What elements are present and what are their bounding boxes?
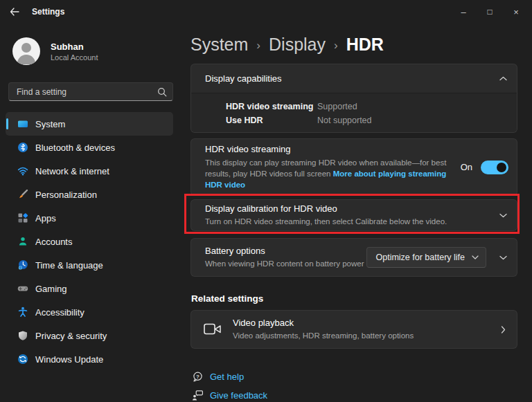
main-content: System › Display › HDR Display capabilit… <box>190 0 517 402</box>
sidebar-item-gaming[interactable]: Gaming <box>6 277 173 300</box>
avatar-body <box>17 55 35 64</box>
network-icon <box>17 165 28 176</box>
sidebar-item-label: Gaming <box>35 284 67 294</box>
sidebar-item-apps[interactable]: Apps <box>6 206 173 230</box>
personalization-icon <box>17 189 28 200</box>
sidebar-nav: System Bluetooth & devices <box>6 112 173 371</box>
give-feedback-link[interactable]: Give feedback <box>192 390 267 401</box>
sidebar-item-label: System <box>35 119 65 129</box>
display-capabilities-title: Display capabilities <box>205 73 499 84</box>
capability-value: Supported <box>317 102 357 111</box>
sidebar-item-bluetooth-devices[interactable]: Bluetooth & devices <box>6 136 173 159</box>
get-help-link[interactable]: ? Get help <box>192 371 244 383</box>
user-name: Subhan <box>51 42 84 52</box>
capability-label: Use HDR <box>226 116 317 125</box>
display-capabilities-body: HDR video streaming Supported Use HDR No… <box>191 93 517 133</box>
video-playback-text: Video playback Video adjustments, HDR st… <box>233 318 499 341</box>
selection-indicator <box>6 118 8 129</box>
video-playback-description: Video adjustments, HDR streaming, batter… <box>233 330 499 341</box>
display-capabilities-header[interactable]: Display capabilities <box>191 64 517 93</box>
give-feedback-icon <box>192 390 204 401</box>
chevron-down-icon[interactable] <box>499 253 507 262</box>
window-title: Settings <box>32 7 64 17</box>
sidebar-item-privacy-security[interactable]: Privacy & security <box>6 324 173 347</box>
battery-options-text: Battery options When viewing HDR content… <box>205 246 366 269</box>
sidebar-item-label: Bluetooth & devices <box>35 143 115 153</box>
bluetooth-icon <box>17 142 28 153</box>
user-account-type: Local Account <box>51 53 98 62</box>
breadcrumb-current-hdr: HDR <box>346 35 384 55</box>
sidebar-item-label: Accessibility <box>35 307 85 318</box>
back-arrow-icon <box>9 7 20 17</box>
hdr-toggle-group: On <box>461 161 508 174</box>
get-help-label: Get help <box>210 372 244 382</box>
battery-options-title: Battery options <box>205 246 366 256</box>
video-playback-title: Video playback <box>233 318 499 328</box>
search-box[interactable] <box>8 82 173 101</box>
avatar-head <box>21 43 31 53</box>
accessibility-icon <box>17 307 28 318</box>
sidebar-item-label: Apps <box>35 213 56 223</box>
back-button[interactable] <box>7 5 22 19</box>
get-help-icon: ? <box>192 371 204 383</box>
sidebar-item-windows-update[interactable]: Windows Update <box>6 347 173 371</box>
gaming-icon <box>17 283 28 294</box>
toggle-knob <box>497 163 506 172</box>
breadcrumb: System › Display › HDR <box>190 32 384 57</box>
sidebar-item-personalization[interactable]: Personalization <box>6 183 173 206</box>
chevron-right-icon <box>499 325 507 334</box>
settings-window: Settings – □ × Subhan Local Account <box>0 0 532 402</box>
give-feedback-label: Give feedback <box>210 390 267 401</box>
toggle-state-label: On <box>461 162 472 172</box>
display-calibration-card[interactable]: Display calibration for HDR video Turn o… <box>190 199 517 231</box>
chevron-down-icon <box>472 255 479 259</box>
hdr-streaming-toggle[interactable] <box>481 161 508 174</box>
battery-options-description: When viewing HDR content on battery powe… <box>205 258 366 269</box>
breadcrumb-system[interactable]: System <box>190 35 248 55</box>
sidebar-item-label: Privacy & security <box>35 331 107 341</box>
windows-update-icon <box>17 354 28 365</box>
dropdown-selected-value: Optimize for battery life <box>375 253 465 262</box>
privacy-security-icon <box>17 330 28 341</box>
display-capabilities-card: Display capabilities HDR video streaming… <box>190 64 517 133</box>
hdr-video-streaming-card: HDR video streaming This display can pla… <box>190 138 517 196</box>
hdr-video-streaming-text: HDR video streaming This display can pla… <box>205 144 461 190</box>
chevron-up-icon[interactable] <box>499 75 507 83</box>
related-settings-heading: Related settings <box>191 293 263 304</box>
apps-icon <box>17 212 28 223</box>
battery-options-dropdown[interactable]: Optimize for battery life <box>366 247 486 268</box>
sidebar-item-accessibility[interactable]: Accessibility <box>6 300 173 324</box>
search-input[interactable] <box>9 87 154 97</box>
accounts-icon <box>17 236 28 247</box>
capability-value: Not supported <box>317 116 372 125</box>
video-playback-icon <box>204 322 222 336</box>
sidebar-item-label: Time & language <box>35 260 103 271</box>
system-icon <box>17 118 28 129</box>
sidebar-item-system[interactable]: System <box>6 112 173 136</box>
sidebar-item-accounts[interactable]: Accounts <box>6 230 173 253</box>
sidebar-item-network-internet[interactable]: Network & internet <box>6 159 173 183</box>
time-language-icon <box>17 259 28 271</box>
breadcrumb-separator: › <box>256 37 260 53</box>
display-calibration-text: Display calibration for HDR video Turn o… <box>205 203 499 227</box>
battery-options-card: Battery options When viewing HDR content… <box>190 238 517 277</box>
breadcrumb-separator: › <box>334 37 338 53</box>
capability-row: HDR video streaming Supported <box>191 100 517 113</box>
hdr-video-streaming-description: This display can play streaming HDR vide… <box>205 157 461 190</box>
sidebar-item-label: Accounts <box>35 237 72 247</box>
video-playback-card[interactable]: Video playback Video adjustments, HDR st… <box>190 310 517 349</box>
sidebar-item-time-language[interactable]: Time & language <box>6 253 173 277</box>
sidebar-item-label: Personalization <box>35 190 97 200</box>
capability-row: Use HDR Not supported <box>191 113 517 127</box>
search-icon[interactable] <box>154 87 170 97</box>
capability-label: HDR video streaming <box>226 102 317 111</box>
display-calibration-title: Display calibration for HDR video <box>205 203 499 214</box>
sidebar-item-label: Windows Update <box>35 354 103 365</box>
sidebar: Subhan Local Account System <box>0 24 181 402</box>
avatar[interactable] <box>12 37 40 65</box>
sidebar-item-label: Network & internet <box>35 166 109 176</box>
display-calibration-description: Turn on HDR video streaming, then select… <box>205 216 499 227</box>
breadcrumb-display[interactable]: Display <box>269 35 326 55</box>
hdr-video-streaming-title: HDR video streaming <box>205 144 461 154</box>
chevron-down-icon[interactable] <box>499 211 507 219</box>
